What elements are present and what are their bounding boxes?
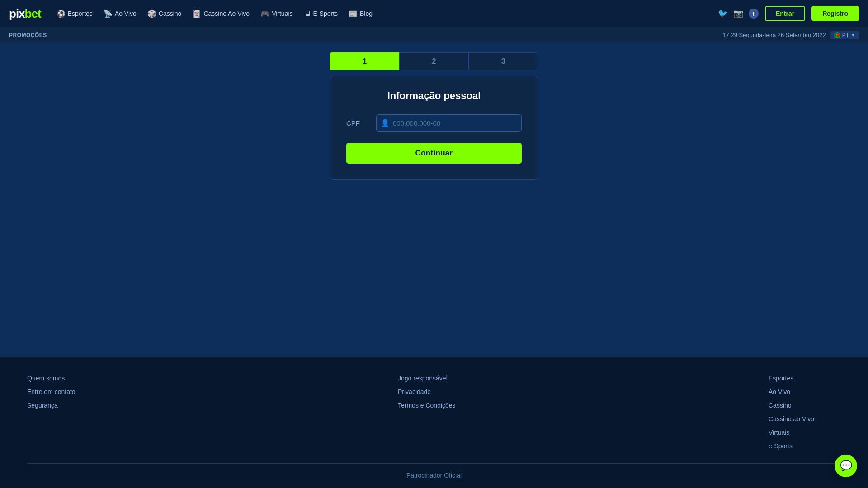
chevron-down-icon: ▼: [851, 33, 855, 38]
nav-label-esportes: Esportes: [68, 10, 93, 17]
cassino-ao-vivo-icon: 🃏: [192, 9, 201, 18]
main-nav: ⚽ Esportes 📡 Ao Vivo 🎲 Cassino 🃏 Cassino…: [52, 7, 377, 21]
e-sports-icon: 🖥: [304, 9, 311, 18]
nav-item-ao-vivo[interactable]: 📡 Ao Vivo: [99, 7, 141, 21]
sponsor-label: Patrocinador Oficial: [406, 472, 462, 479]
esportes-icon: ⚽: [57, 9, 66, 18]
main-content: 1 2 3 Informação pessoal CPF 👤 Continuar: [0, 43, 868, 357]
chat-icon: 💬: [840, 460, 852, 472]
nav-label-virtuais: Virtuais: [272, 10, 292, 17]
cpf-input-wrapper: 👤: [376, 114, 522, 132]
footer-link-contato[interactable]: Entre em contato: [27, 388, 99, 395]
steps-container: 1 2 3: [330, 52, 538, 70]
nav-item-cassino-ao-vivo[interactable]: 🃏 Cassino Ao Vivo: [188, 7, 254, 21]
step-3[interactable]: 3: [469, 52, 538, 70]
logo-pix: pix: [9, 7, 25, 21]
promo-label: PROMOÇÕES: [9, 32, 47, 38]
lang-label: PT: [842, 32, 849, 38]
card-title: Informação pessoal: [346, 90, 522, 102]
chat-button[interactable]: 💬: [835, 455, 857, 477]
footer-link-e-sports[interactable]: e-Sports: [769, 442, 841, 450]
step-3-label: 3: [501, 57, 505, 66]
step-1[interactable]: 1: [330, 52, 399, 70]
footer-col-2: Jogo responsável Privacidade Termos e Co…: [398, 375, 470, 450]
footer-link-esportes[interactable]: Esportes: [769, 375, 841, 382]
facebook-icon[interactable]: f: [749, 9, 759, 19]
datetime-lang: 17:29 Segunda-feira 26 Setembro 2022 🇵🇹 …: [722, 31, 859, 39]
datetime-text: 17:29 Segunda-feira 26 Setembro 2022: [722, 32, 826, 38]
registration-card: Informação pessoal CPF 👤 Continuar: [330, 76, 538, 180]
footer-link-cassino-vivo[interactable]: Cassino ao Vivo: [769, 415, 841, 422]
nav-label-cassino: Cassino: [159, 10, 182, 17]
nav-label-blog: Blog: [360, 10, 373, 17]
flag-icon: 🇵🇹: [834, 32, 840, 38]
promo-bar: PROMOÇÕES 17:29 Segunda-feira 26 Setembr…: [0, 27, 868, 43]
nav-label-cassino-ao-vivo: Cassino Ao Vivo: [203, 10, 250, 17]
step-2-label: 2: [432, 57, 436, 66]
footer-link-cassino[interactable]: Cassino: [769, 402, 841, 409]
nav-label-ao-vivo: Ao Vivo: [115, 10, 137, 17]
footer-col-3: Esportes Ao Vivo Cassino Cassino ao Vivo…: [769, 375, 841, 450]
header: pix bet ⚽ Esportes 📡 Ao Vivo 🎲 Cassino 🃏…: [0, 0, 868, 27]
footer-link-privacidade[interactable]: Privacidade: [398, 388, 470, 395]
blog-icon: 📰: [349, 9, 358, 18]
step-1-label: 1: [363, 57, 367, 66]
nav-item-cassino[interactable]: 🎲 Cassino: [143, 7, 186, 21]
nav-item-blog[interactable]: 📰 Blog: [344, 7, 377, 21]
instagram-icon[interactable]: 📷: [733, 9, 743, 19]
step-2[interactable]: 2: [399, 52, 468, 70]
nav-item-e-sports[interactable]: 🖥 E-Sports: [299, 7, 342, 20]
cpf-label: CPF: [346, 119, 369, 127]
cpf-row: CPF 👤: [346, 114, 522, 132]
footer-link-virtuais[interactable]: Virtuais: [769, 429, 841, 436]
continuar-button[interactable]: Continuar: [346, 143, 522, 164]
cpf-input[interactable]: [376, 114, 522, 132]
virtuais-icon: 🎮: [260, 9, 269, 18]
nav-label-e-sports: E-Sports: [313, 10, 338, 17]
footer-link-seguranca[interactable]: Segurança: [27, 402, 99, 409]
login-button[interactable]: Entrar: [765, 6, 805, 21]
footer-link-ao-vivo[interactable]: Ao Vivo: [769, 388, 841, 395]
logo[interactable]: pix bet: [9, 7, 41, 21]
twitter-icon[interactable]: 🐦: [718, 9, 728, 19]
header-right: 🐦 📷 f Entrar Registro: [718, 6, 859, 21]
nav-item-virtuais[interactable]: 🎮 Virtuais: [256, 7, 297, 21]
cassino-icon: 🎲: [147, 9, 156, 18]
social-icons: 🐦 📷 f: [718, 9, 759, 19]
footer-bottom: Patrocinador Oficial: [27, 463, 841, 479]
nav-item-esportes[interactable]: ⚽ Esportes: [52, 7, 97, 21]
footer: Quem somos Entre em contato Segurança Jo…: [0, 357, 868, 488]
ao-vivo-icon: 📡: [104, 9, 113, 18]
footer-link-termos[interactable]: Termos e Condições: [398, 402, 470, 409]
register-button[interactable]: Registro: [811, 6, 859, 21]
header-left: pix bet ⚽ Esportes 📡 Ao Vivo 🎲 Cassino 🃏…: [9, 7, 377, 21]
footer-link-quem-somos[interactable]: Quem somos: [27, 375, 99, 382]
lang-selector[interactable]: 🇵🇹 PT ▼: [830, 31, 859, 39]
footer-col-1: Quem somos Entre em contato Segurança: [27, 375, 99, 450]
footer-columns: Quem somos Entre em contato Segurança Jo…: [27, 375, 841, 450]
footer-link-jogo-resp[interactable]: Jogo responsável: [398, 375, 470, 382]
logo-bet: bet: [25, 7, 41, 21]
